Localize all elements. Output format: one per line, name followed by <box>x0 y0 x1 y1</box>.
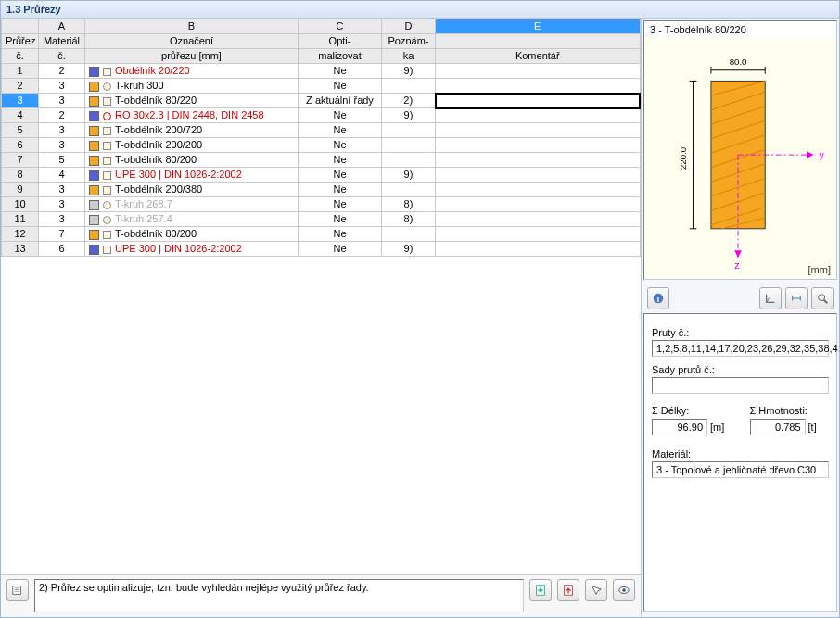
optimize-cell[interactable]: Ne <box>299 227 382 242</box>
material-cell[interactable]: 6 <box>39 242 85 257</box>
column-letter[interactable]: C <box>299 19 382 34</box>
section-label-cell[interactable]: UPE 300 | DIN 1026-2:2002 <box>85 168 299 183</box>
pick-button[interactable] <box>585 579 607 601</box>
library-button[interactable] <box>6 579 29 601</box>
cross-section-grid[interactable]: ABCDE PrůřezMateriálOznačeníOpti-Poznám-… <box>1 19 641 574</box>
row-number[interactable]: 5 <box>2 123 39 138</box>
section-label-cell[interactable]: T-obdélník 200/380 <box>85 183 299 197</box>
comment-cell[interactable] <box>436 168 641 183</box>
material-cell[interactable]: 3 <box>39 94 85 108</box>
column-header[interactable]: Materiál <box>39 34 85 49</box>
comment-cell[interactable] <box>436 79 641 94</box>
comment-cell[interactable] <box>436 227 641 242</box>
column-letter[interactable]: E <box>436 19 641 34</box>
material-cell[interactable]: 3 <box>39 138 85 153</box>
section-label-cell[interactable]: T-obdélník 80/200 <box>85 227 299 242</box>
row-number[interactable]: 10 <box>2 197 39 212</box>
section-label-cell[interactable]: T-kruh 300 <box>85 79 299 94</box>
material-cell[interactable]: 2 <box>39 108 85 123</box>
note-cell[interactable] <box>382 183 436 197</box>
optimize-cell[interactable]: Ne <box>299 79 382 94</box>
table-row[interactable]: 75T-obdélník 80/200Ne <box>2 153 641 168</box>
row-number[interactable]: 7 <box>2 153 39 168</box>
note-cell[interactable] <box>382 227 436 242</box>
table-row[interactable]: 103T-kruh 268.7Ne8) <box>2 197 641 212</box>
comment-cell[interactable] <box>436 183 641 197</box>
row-number[interactable]: 2 <box>2 79 39 94</box>
table-row[interactable]: 127T-obdélník 80/200Ne <box>2 227 641 242</box>
row-number[interactable]: 12 <box>2 227 39 242</box>
comment-cell[interactable] <box>436 138 641 153</box>
info-button[interactable]: i <box>647 287 669 309</box>
table-row[interactable]: 93T-obdélník 200/380Ne <box>2 183 641 197</box>
table-row[interactable]: 63T-obdélník 200/200Ne <box>2 138 641 153</box>
row-number[interactable]: 13 <box>2 242 39 257</box>
optimize-cell[interactable]: Ne <box>299 197 382 212</box>
section-label-cell[interactable]: T-obdélník 200/720 <box>85 123 299 138</box>
note-cell[interactable]: 9) <box>382 168 436 183</box>
note-cell[interactable] <box>382 153 436 168</box>
note-cell[interactable]: 2) <box>382 94 436 108</box>
row-number[interactable]: 8 <box>2 168 39 183</box>
column-letter[interactable] <box>2 19 39 34</box>
section-label-cell[interactable]: T-kruh 268.7 <box>85 197 299 212</box>
material-cell[interactable]: 5 <box>39 153 85 168</box>
section-label-cell[interactable]: RO 30x2.3 | DIN 2448, DIN 2458 <box>85 108 299 123</box>
material-cell[interactable]: 4 <box>39 168 85 183</box>
export-button[interactable] <box>557 579 579 601</box>
row-number[interactable]: 6 <box>2 138 39 153</box>
column-header[interactable]: ka <box>382 49 436 64</box>
section-label-cell[interactable]: T-obdélník 200/200 <box>85 138 299 153</box>
material-cell[interactable]: 3 <box>39 212 85 227</box>
section-label-cell[interactable]: UPE 300 | DIN 1026-2:2002 <box>85 242 299 257</box>
optimize-cell[interactable]: Ne <box>299 153 382 168</box>
row-number[interactable]: 9 <box>2 183 39 197</box>
table-row[interactable]: 136UPE 300 | DIN 1026-2:2002Ne9) <box>2 242 641 257</box>
material-cell[interactable]: 2 <box>39 64 85 79</box>
optimize-cell[interactable]: Ne <box>299 183 382 197</box>
optimize-cell[interactable]: Ne <box>299 168 382 183</box>
row-number[interactable]: 4 <box>2 108 39 123</box>
note-cell[interactable] <box>382 138 436 153</box>
note-cell[interactable] <box>382 123 436 138</box>
zoom-button[interactable] <box>811 287 834 309</box>
comment-cell[interactable] <box>436 94 641 108</box>
table-row[interactable]: 53T-obdélník 200/720Ne <box>2 123 641 138</box>
comment-cell[interactable] <box>436 108 641 123</box>
column-header[interactable]: č. <box>2 49 39 64</box>
comment-cell[interactable] <box>436 197 641 212</box>
column-header[interactable]: průřezu [mm] <box>85 49 299 64</box>
column-letter[interactable]: A <box>39 19 85 34</box>
column-letter[interactable]: D <box>382 19 436 34</box>
table-row[interactable]: 84UPE 300 | DIN 1026-2:2002Ne9) <box>2 168 641 183</box>
column-letter[interactable]: B <box>85 19 299 34</box>
column-header[interactable]: Opti- <box>299 34 382 49</box>
table-row[interactable]: 113T-kruh 257.4Ne8) <box>2 212 641 227</box>
table-row[interactable]: 12Obdélník 20/220Ne9) <box>2 64 641 79</box>
row-number[interactable]: 3 <box>2 94 39 108</box>
table-row[interactable]: 33T-obdélník 80/220Z aktuální řady2) <box>2 94 641 108</box>
view-button[interactable] <box>613 579 635 601</box>
comment-cell[interactable] <box>436 123 641 138</box>
note-cell[interactable]: 9) <box>382 64 436 79</box>
comment-cell[interactable] <box>436 153 641 168</box>
section-label-cell[interactable]: T-obdélník 80/220 <box>85 94 299 108</box>
column-header[interactable]: Označení <box>85 34 299 49</box>
optimize-cell[interactable]: Z aktuální řady <box>299 94 382 108</box>
column-header[interactable]: Komentář <box>436 49 641 64</box>
optimize-cell[interactable]: Ne <box>299 108 382 123</box>
table-row[interactable]: 23T-kruh 300Ne <box>2 79 641 94</box>
note-cell[interactable]: 8) <box>382 212 436 227</box>
column-header[interactable]: malizovat <box>299 49 382 64</box>
material-cell[interactable]: 7 <box>39 227 85 242</box>
note-cell[interactable]: 9) <box>382 108 436 123</box>
optimize-cell[interactable]: Ne <box>299 123 382 138</box>
dimension-button[interactable] <box>785 287 808 309</box>
import-button[interactable] <box>529 579 552 601</box>
column-header[interactable]: Poznám- <box>382 34 436 49</box>
optimize-cell[interactable]: Ne <box>299 138 382 153</box>
optimize-cell[interactable]: Ne <box>299 242 382 257</box>
row-number[interactable]: 11 <box>2 212 39 227</box>
material-cell[interactable]: 3 <box>39 123 85 138</box>
section-label-cell[interactable]: Obdélník 20/220 <box>85 64 299 79</box>
